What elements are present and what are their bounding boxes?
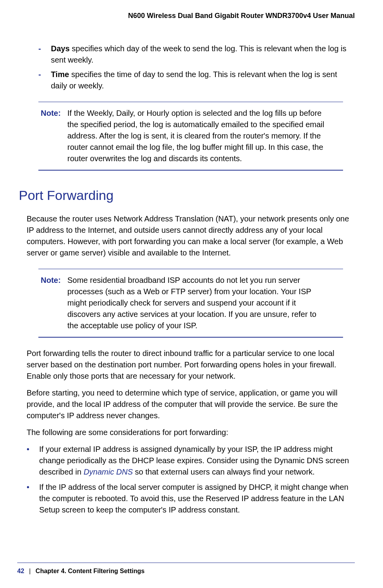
note-box-2: Note: Some residential broadband ISP acc… bbox=[38, 269, 343, 338]
note-label: Note: bbox=[41, 275, 67, 331]
dash-rest: specifies the time of day to send the lo… bbox=[51, 70, 337, 90]
dash-body: Days specifies which day of the week to … bbox=[51, 43, 355, 66]
dash-lead: Days bbox=[51, 44, 70, 53]
dash-list: - Days specifies which day of the week t… bbox=[38, 43, 355, 92]
dash-marker: - bbox=[38, 69, 51, 92]
paragraph: Because the router uses Network Address … bbox=[27, 213, 355, 259]
bullet-item: • If the IP address of the local server … bbox=[27, 482, 355, 516]
dash-marker: - bbox=[38, 43, 51, 66]
note-text: Some residential broadband ISP accounts … bbox=[67, 275, 341, 331]
paragraph: The following are some considerations fo… bbox=[27, 427, 355, 438]
page-number: 42 bbox=[17, 568, 24, 574]
dash-rest: specifies which day of the week to send … bbox=[51, 44, 347, 64]
section-heading-port-forwarding: Port Forwarding bbox=[19, 188, 355, 203]
bullet-body: If the IP address of the local server co… bbox=[39, 482, 355, 516]
paragraph: Port forwarding tells the router to dire… bbox=[27, 348, 355, 382]
footer-rule bbox=[17, 563, 355, 563]
dash-item-time: - Time specifies the time of day to send… bbox=[38, 69, 355, 92]
dash-item-days: - Days specifies which day of the week t… bbox=[38, 43, 355, 66]
note-label: Note: bbox=[41, 108, 67, 164]
note-text: If the Weekly, Daily, or Hourly option i… bbox=[67, 108, 341, 164]
page-content: - Days specifies which day of the week t… bbox=[27, 43, 355, 520]
page-footer: 42 | Chapter 4. Content Filtering Settin… bbox=[17, 568, 145, 575]
bullet-item: • If your external IP address is assigne… bbox=[27, 444, 355, 478]
paragraph: Before starting, you need to determine w… bbox=[27, 387, 355, 421]
footer-chapter: Chapter 4. Content Filtering Settings bbox=[36, 568, 145, 574]
bullet-marker: • bbox=[27, 482, 39, 516]
note-box-1: Note: If the Weekly, Daily, or Hourly op… bbox=[38, 102, 343, 171]
dash-body: Time specifies the time of day to send t… bbox=[51, 69, 355, 92]
bullet-body: If your external IP address is assigned … bbox=[39, 444, 355, 478]
footer-separator: | bbox=[29, 568, 31, 574]
manual-page: N600 Wireless Dual Band Gigabit Router W… bbox=[0, 0, 383, 588]
dash-lead: Time bbox=[51, 70, 69, 79]
bullet-marker: • bbox=[27, 444, 39, 478]
bullet-text-post: so that external users can always find y… bbox=[133, 468, 315, 476]
link-dynamic-dns[interactable]: Dynamic DNS bbox=[83, 468, 133, 476]
page-header-title: N600 Wireless Dual Band Gigabit Router W… bbox=[128, 12, 355, 20]
